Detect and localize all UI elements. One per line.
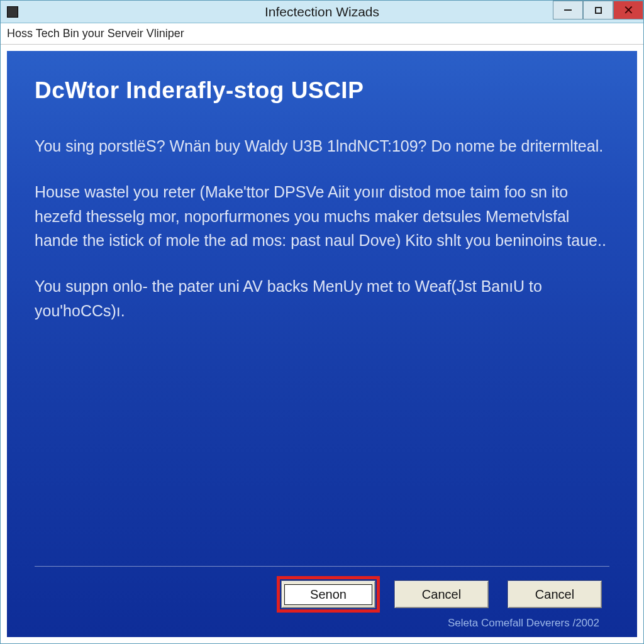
primary-button-label: Senon	[284, 584, 372, 605]
wizard-window: Infectection Wizads Hoss Tech Bin your S…	[0, 0, 644, 644]
maximize-button[interactable]	[583, 1, 613, 19]
cancel-button-1-label: Cancel	[422, 587, 461, 602]
close-button[interactable]	[613, 1, 643, 19]
separator	[35, 566, 609, 567]
subheader-text: Hoss Tech Bin your Serveir Vliniper	[7, 27, 184, 40]
paragraph-1: You sing porstlëS? Wnän buy Waldy U3B 1l…	[35, 134, 609, 158]
minimize-button[interactable]	[553, 1, 583, 19]
button-row: Senon Cancel Cancel	[35, 580, 609, 612]
cancel-button-2-label: Cancel	[535, 587, 574, 602]
minimize-icon	[564, 9, 572, 11]
cancel-button-1[interactable]: Cancel	[394, 580, 489, 608]
main-panel: DcWtor Inderafly-stog USCIP You sing por…	[7, 51, 637, 637]
panel-heading: DcWtor Inderafly-stog USCIP	[35, 77, 609, 104]
panel-body: You sing porstlëS? Wnän buy Waldy U3B 1l…	[35, 134, 609, 566]
window-title: Infectection Wizads	[1, 4, 643, 19]
maximize-icon	[595, 7, 602, 14]
paragraph-3: You suppn onlo- the pater uni AV backs M…	[35, 274, 609, 323]
primary-button[interactable]: Senon	[281, 580, 375, 608]
window-controls	[553, 1, 643, 23]
paragraph-2: House wastel you reter (Make'ttor DPSVe …	[35, 180, 609, 253]
app-icon	[7, 6, 18, 18]
subheader-bar: Hoss Tech Bin your Serveir Vliniper	[1, 23, 643, 45]
cancel-button-2[interactable]: Cancel	[508, 580, 602, 608]
close-icon	[623, 3, 634, 18]
titlebar: Infectection Wizads	[1, 1, 643, 23]
footer-text: Seleta Comefall Deverers /2002	[35, 612, 609, 630]
